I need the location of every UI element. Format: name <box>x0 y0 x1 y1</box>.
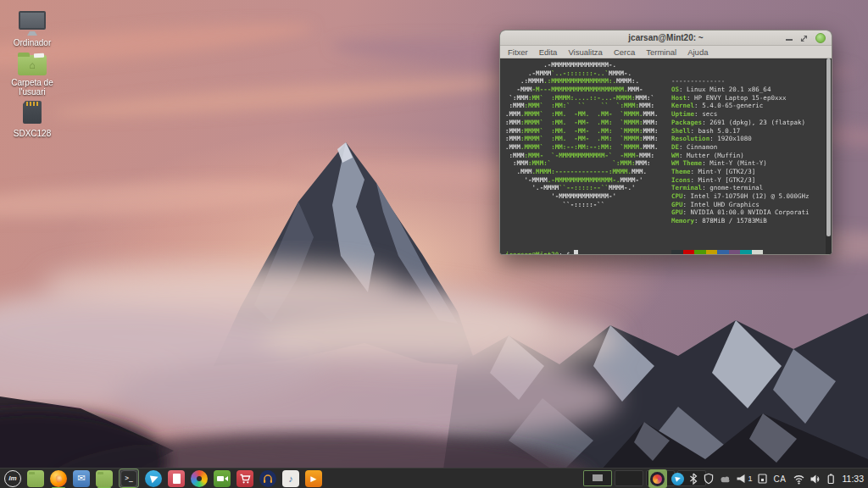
system-tray: 1 CA 11:33 <box>648 469 866 488</box>
taskbar: lm ✉ >_ ♪ ▶ <box>0 468 868 488</box>
maximize-icon[interactable] <box>800 35 808 42</box>
desktop-icon-computer[interactable]: Ordinador <box>5 11 59 47</box>
menu-cerca[interactable]: Cerca <box>614 47 635 57</box>
telegram-icon[interactable] <box>145 470 162 487</box>
terminal-icon: >_ <box>120 470 137 487</box>
terminal-launcher-active[interactable]: >_ <box>119 469 139 488</box>
terminal-title: jcarsan@Mint20: ~ <box>628 33 703 42</box>
terminal-window: jcarsan@Mint20: ~ Fitxer Edita Visualitz… <box>499 30 832 255</box>
menu-fitxer[interactable]: Fitxer <box>508 47 528 57</box>
text-editor-icon[interactable] <box>168 470 185 487</box>
mint-menu-icon[interactable]: lm <box>4 470 21 487</box>
neofetch-ascii-art: .-MMMMMMMMMMMMMMM-. .-MMMM`..-:::::::-..… <box>505 61 659 208</box>
terminal-titlebar[interactable]: jcarsan@Mint20: ~ <box>500 30 832 46</box>
mail-icon[interactable]: ✉ <box>73 470 90 487</box>
video-icon[interactable] <box>214 470 231 487</box>
desktop: Ordinador ⌂ Carpeta de l'usuari SDXC128 … <box>0 0 868 488</box>
cloud-icon[interactable] <box>719 473 732 485</box>
terminal-content[interactable]: .-MMMMMMMMMMMMMMM-. .-MMMM`..-:::::::-..… <box>500 58 832 255</box>
desktop-icon-label: Ordinador <box>5 38 59 47</box>
music-note-icon[interactable]: ♪ <box>282 470 299 487</box>
desktop-icon-sdcard[interactable]: SDXC128 <box>5 101 59 138</box>
cart-icon[interactable] <box>236 470 253 487</box>
prompt-user-host: jcarsan@Mint20 <box>505 251 559 255</box>
menu-visualitza[interactable]: Visualitza <box>568 47 603 57</box>
terminal-menubar: Fitxer Edita Visualitza Cerca Terminal A… <box>500 46 832 58</box>
minimize-icon[interactable] <box>786 39 793 41</box>
active-app-icon[interactable] <box>648 469 667 488</box>
headphones-icon[interactable] <box>259 470 276 487</box>
notification-count: 1 <box>748 474 753 483</box>
firefox-icon[interactable] <box>50 470 67 487</box>
close-icon[interactable] <box>815 33 826 43</box>
keyboard-layout-indicator[interactable]: CA <box>772 474 788 484</box>
desktop-icon-label: Carpeta de l'usuari <box>7 78 58 97</box>
menu-ajuda[interactable]: Ajuda <box>687 47 708 57</box>
menu-terminal[interactable]: Terminal <box>646 47 676 57</box>
telegram-tray-icon[interactable] <box>671 473 684 485</box>
text-cursor <box>574 250 578 255</box>
folder-icon[interactable] <box>96 470 113 487</box>
clipboard-icon[interactable] <box>757 473 768 485</box>
desktop-icon-label: SDXC128 <box>5 129 59 138</box>
photos-icon[interactable] <box>191 470 208 487</box>
neofetch-info: --------------OS: Linux Mint 20.1 x86_64… <box>671 61 810 255</box>
window-button[interactable] <box>615 470 643 486</box>
computer-icon <box>19 11 46 30</box>
megaphone-icon[interactable] <box>736 473 747 485</box>
folder-icon[interactable] <box>27 470 44 487</box>
desktop-icon-home-folder[interactable]: ⌂ Carpeta de l'usuari <box>5 55 59 97</box>
menu-edita[interactable]: Edita <box>539 47 558 57</box>
volume-icon[interactable] <box>810 474 821 485</box>
battery-icon[interactable] <box>826 473 836 485</box>
play-icon[interactable]: ▶ <box>305 470 322 487</box>
sdcard-icon <box>23 101 42 124</box>
shell-prompt: jcarsan@Mint20:~$ <box>505 250 578 255</box>
wifi-icon[interactable] <box>793 474 805 485</box>
taskbar-launchers: lm ✉ >_ ♪ ▶ <box>0 469 322 488</box>
home-folder-icon: ⌂ <box>18 55 47 75</box>
clock[interactable]: 11:33 <box>843 474 867 484</box>
window-button[interactable] <box>583 470 612 486</box>
terminal-scrollbar[interactable] <box>826 58 832 255</box>
bluetooth-icon[interactable] <box>688 473 698 485</box>
shield-icon[interactable] <box>703 473 715 485</box>
neofetch-color-palette <box>671 250 810 255</box>
